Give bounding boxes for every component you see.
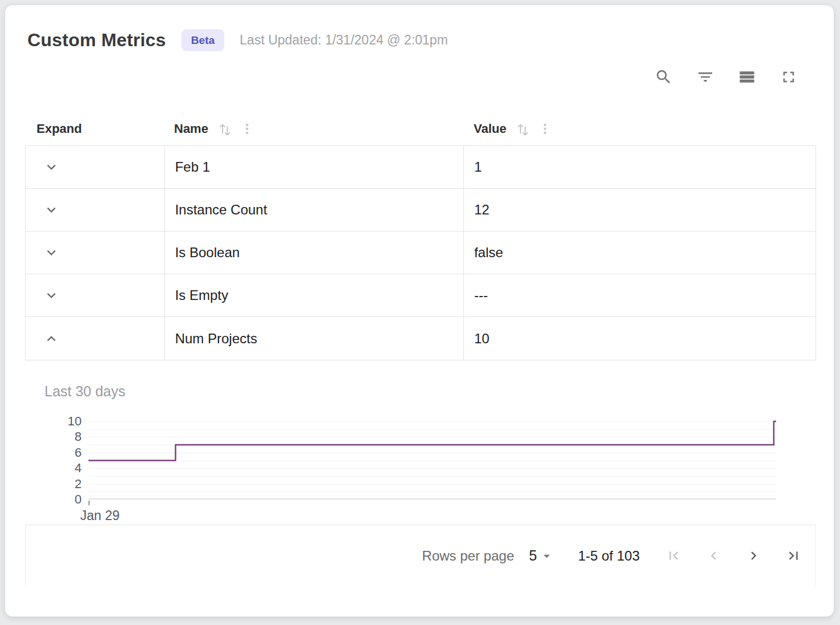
y-axis-tick-label: 4 xyxy=(47,460,82,476)
expand-row-button[interactable] xyxy=(42,243,61,262)
column-menu-icon[interactable] xyxy=(240,121,255,136)
collapse-row-button[interactable] xyxy=(42,329,61,348)
metric-value: false xyxy=(463,232,815,274)
column-label-name: Name xyxy=(174,121,208,136)
column-header-name[interactable]: Name xyxy=(164,121,463,137)
step-line xyxy=(88,421,776,461)
y-axis-tick-label: 10 xyxy=(47,413,82,429)
metric-value: 10 xyxy=(463,317,815,360)
chevron-left-icon xyxy=(705,547,722,564)
chart-plot: 0246810 Jan 29 xyxy=(88,421,776,500)
expand-row-button[interactable] xyxy=(42,200,61,220)
custom-metrics-card: Custom Metrics Beta Last Updated: 1/31/2… xyxy=(5,5,834,617)
metric-value: 12 xyxy=(463,189,815,231)
page-title: Custom Metrics xyxy=(27,30,166,51)
metric-name: Is Empty xyxy=(164,274,463,316)
rows-per-page-select[interactable]: 5 xyxy=(529,547,554,564)
pagination-nav xyxy=(665,547,802,565)
previous-page-button[interactable] xyxy=(705,547,722,565)
y-axis-tick-label: 6 xyxy=(47,445,82,461)
pagination-range-label: 1-5 of 103 xyxy=(578,548,640,564)
column-header-value[interactable]: Value xyxy=(463,121,816,137)
table-row: Instance Count 12 xyxy=(26,189,815,232)
column-label-expand: Expand xyxy=(37,121,82,136)
table-row: Is Empty --- xyxy=(26,274,815,317)
search-icon[interactable] xyxy=(654,67,673,87)
table-row: Feb 1 1 xyxy=(26,146,815,189)
chevron-right-icon xyxy=(745,547,762,564)
first-page-button[interactable] xyxy=(665,547,682,565)
chart-title: Last 30 days xyxy=(25,383,816,400)
column-label-value: Value xyxy=(474,121,506,136)
last-page-button[interactable] xyxy=(785,547,802,565)
table-row: Is Boolean false xyxy=(26,232,815,274)
chevron-down-icon xyxy=(43,201,60,218)
next-page-button[interactable] xyxy=(745,547,762,565)
last-updated-text: Last Updated: 1/31/2024 @ 2:01pm xyxy=(240,33,448,48)
chevron-up-icon xyxy=(43,330,60,347)
y-axis-tick-label: 2 xyxy=(47,476,82,492)
metric-name: Instance Count xyxy=(164,189,463,231)
rows-per-page-value: 5 xyxy=(529,547,537,564)
metric-value: 1 xyxy=(463,146,815,188)
page-header: Custom Metrics Beta Last Updated: 1/31/2… xyxy=(27,29,806,51)
grid-body: Feb 1 1 Instance Count 12 Is Boolean fal… xyxy=(25,145,816,360)
chevron-down-icon xyxy=(43,244,60,261)
y-axis-tick-label: 0 xyxy=(47,492,82,508)
grid-toolbar xyxy=(5,67,798,87)
first-page-icon xyxy=(665,547,682,564)
table-row: Num Projects 10 xyxy=(26,317,815,360)
detail-panel: Last 30 days 0246810 Jan 29 xyxy=(25,360,816,525)
metric-name: Num Projects xyxy=(164,317,463,360)
dropdown-arrow-icon xyxy=(539,549,554,563)
filter-icon[interactable] xyxy=(696,67,715,87)
expand-row-button[interactable] xyxy=(42,157,61,177)
x-axis-label: Jan 29 xyxy=(66,508,134,523)
expand-row-button[interactable] xyxy=(42,286,61,305)
chevron-down-icon xyxy=(43,287,60,304)
column-header-expand: Expand xyxy=(25,121,164,136)
pagination-footer: Rows per page 5 1-5 of 103 xyxy=(25,525,816,586)
metric-name: Feb 1 xyxy=(164,146,463,188)
sort-icon[interactable] xyxy=(217,121,233,137)
column-menu-icon[interactable] xyxy=(538,121,552,136)
sort-icon[interactable] xyxy=(515,121,531,137)
metric-value: --- xyxy=(463,274,815,316)
metric-name: Is Boolean xyxy=(164,232,463,274)
beta-badge: Beta xyxy=(181,29,224,51)
step-line-series xyxy=(88,421,776,500)
rows-per-page-label: Rows per page xyxy=(422,548,514,564)
last-page-icon xyxy=(785,547,802,564)
fullscreen-icon[interactable] xyxy=(779,67,798,87)
chevron-down-icon xyxy=(43,159,60,176)
y-axis-tick-label: 8 xyxy=(47,429,82,445)
x-axis-tick xyxy=(88,501,90,505)
grid-header-row: Expand Name Value xyxy=(25,112,816,145)
density-icon[interactable] xyxy=(737,67,757,87)
metrics-grid: Expand Name Value xyxy=(25,112,816,586)
